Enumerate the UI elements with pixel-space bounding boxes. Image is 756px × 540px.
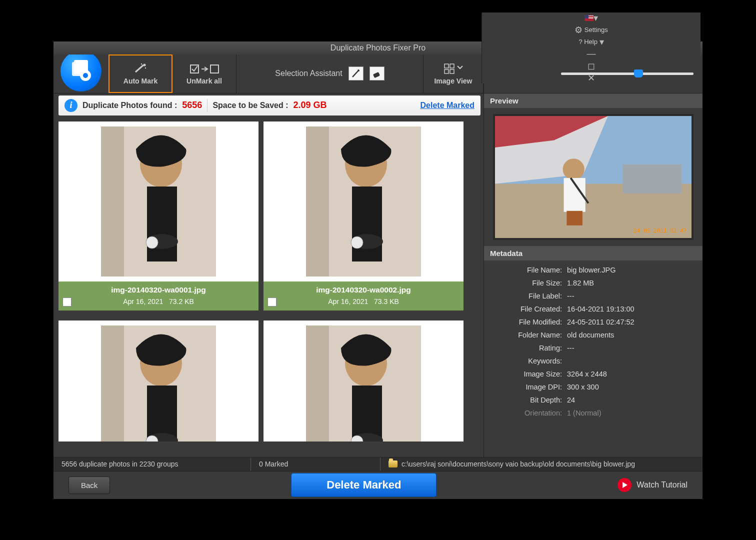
title-bar: Duplicate Photos Fixer Pro ▾ ⚙ Settings … bbox=[54, 42, 702, 54]
unmark-all-label: UnMark all bbox=[186, 77, 222, 85]
svg-point-5 bbox=[144, 64, 146, 66]
preview-timestamp: 24 05 2011 02 47 bbox=[634, 228, 686, 234]
svg-point-7 bbox=[145, 68, 146, 68]
meta-row: Rating:--- bbox=[484, 342, 702, 354]
help-label: ? Help bbox=[578, 38, 598, 46]
metadata-panel: File Name:big blower.JPG File Size:1.82 … bbox=[484, 260, 702, 457]
meta-row: Folder Name:old documents bbox=[484, 328, 702, 342]
info-icon: i bbox=[64, 99, 78, 112]
svg-rect-24 bbox=[306, 126, 329, 276]
svg-point-22 bbox=[146, 236, 158, 248]
preview-image: 24 05 2011 02 47 bbox=[493, 114, 694, 240]
auto-mark-button[interactable]: Auto Mark bbox=[108, 54, 172, 93]
meta-row: File Label:--- bbox=[484, 290, 702, 302]
meta-row: File Created:16-04-2021 19:13:00 bbox=[484, 302, 702, 316]
svg-rect-13 bbox=[444, 64, 448, 68]
photo-tile[interactable] bbox=[264, 320, 464, 442]
footer: Back Delete Marked Watch Tutorial bbox=[54, 471, 702, 499]
preview-header: Preview bbox=[484, 94, 702, 108]
tile-date: Apr 16, 2021 bbox=[328, 298, 368, 306]
grid-scroll[interactable]: img-20140320-wa0001.jpg Apr 16, 2021 73.… bbox=[54, 120, 474, 457]
svg-point-3 bbox=[83, 73, 88, 78]
status-path: c:\users\raj soni\documents\sony vaio ba… bbox=[402, 460, 635, 468]
thumbnail bbox=[264, 122, 464, 282]
duplicates-grid: img-20140320-wa0001.jpg Apr 16, 2021 73.… bbox=[54, 120, 484, 457]
info-bar: i Duplicate Photos found : 5656 Space to… bbox=[58, 96, 480, 116]
svg-point-28 bbox=[351, 236, 363, 248]
auto-mark-label: Auto Mark bbox=[124, 77, 158, 85]
watch-tutorial-button[interactable]: Watch Tutorial bbox=[618, 478, 688, 492]
meta-row: Image DPI:300 x 300 bbox=[484, 380, 702, 394]
image-view-label: Image View bbox=[434, 77, 472, 85]
tile-checkbox[interactable] bbox=[62, 298, 72, 306]
unmark-icon bbox=[190, 62, 220, 75]
settings-label: Settings bbox=[584, 26, 608, 34]
duplicates-count: 5656 bbox=[182, 100, 202, 110]
photos-gear-icon bbox=[69, 59, 93, 83]
tile-filename: img-20140320-wa0002.jpg bbox=[264, 286, 464, 294]
thumbnail bbox=[264, 320, 464, 442]
tile-size: 73.2 KB bbox=[169, 298, 194, 306]
metadata-header: Metadata bbox=[484, 246, 702, 260]
delete-marked-link[interactable]: Delete Marked bbox=[420, 101, 475, 110]
meta-row: Orientation:1 (Normal) bbox=[484, 406, 702, 420]
meta-row: Keywords: bbox=[484, 354, 702, 368]
svg-rect-15 bbox=[444, 70, 448, 74]
thumbnail bbox=[58, 320, 258, 442]
right-pane: Preview 24 05 2011 02 47 bbox=[484, 94, 702, 457]
selection-eraser-button[interactable] bbox=[370, 66, 384, 80]
svg-rect-14 bbox=[450, 64, 454, 68]
svg-rect-45 bbox=[622, 164, 682, 193]
selection-wand-button[interactable] bbox=[348, 66, 364, 80]
svg-rect-30 bbox=[101, 326, 124, 442]
svg-rect-48 bbox=[566, 210, 582, 225]
meta-row: File Size:1.82 MB bbox=[484, 276, 702, 290]
svg-point-46 bbox=[563, 158, 584, 180]
watch-tutorial-label: Watch Tutorial bbox=[636, 480, 688, 490]
meta-row: Bit Depth:24 bbox=[484, 394, 702, 406]
svg-rect-20 bbox=[147, 186, 177, 262]
meta-row: File Modified:24-05-2011 02:47:52 bbox=[484, 316, 702, 328]
maximize-button[interactable]: ◻ bbox=[586, 60, 597, 72]
tile-date: Apr 16, 2021 bbox=[123, 298, 163, 306]
svg-line-10 bbox=[352, 71, 358, 77]
image-view-button[interactable]: Image View bbox=[424, 54, 484, 93]
language-flag-button[interactable]: ▾ bbox=[582, 12, 600, 24]
duplicates-found-label: Duplicate Photos found : bbox=[82, 101, 177, 110]
tile-filename: img-20140320-wa0001.jpg bbox=[58, 286, 258, 294]
back-button[interactable]: Back bbox=[68, 476, 110, 494]
photo-tile[interactable] bbox=[58, 320, 258, 442]
status-marked: 0 Marked bbox=[250, 458, 380, 471]
svg-rect-36 bbox=[306, 326, 329, 442]
svg-line-4 bbox=[136, 65, 144, 72]
content-area: i Duplicate Photos found : 5656 Space to… bbox=[54, 94, 702, 457]
magic-wand-icon bbox=[134, 62, 148, 75]
selection-assistant: Selection Assistant bbox=[236, 54, 424, 93]
tile-checkbox[interactable] bbox=[268, 298, 276, 306]
app-logo bbox=[54, 54, 108, 93]
app-window: Duplicate Photos Fixer Pro ▾ ⚙ Settings … bbox=[54, 42, 702, 499]
photo-tile[interactable]: img-20140320-wa0002.jpg Apr 16, 2021 73.… bbox=[264, 122, 464, 310]
photo-tile[interactable]: img-20140320-wa0001.jpg Apr 16, 2021 73.… bbox=[58, 122, 258, 310]
matching-level-slider[interactable] bbox=[561, 72, 694, 75]
delete-marked-button[interactable]: Delete Marked bbox=[291, 473, 436, 497]
thumbnail bbox=[58, 122, 258, 282]
space-saved-label: Space to be Saved : bbox=[212, 101, 288, 110]
settings-button[interactable]: ⚙ Settings bbox=[572, 24, 610, 36]
slider-thumb[interactable] bbox=[634, 70, 643, 78]
status-path-segment: c:\users\raj soni\documents\sony vaio ba… bbox=[380, 458, 702, 471]
usa-flag-icon bbox=[584, 15, 594, 21]
app-title: Duplicate Photos Fixer Pro bbox=[330, 44, 426, 52]
help-button[interactable]: ? Help ▾ bbox=[576, 36, 606, 48]
svg-rect-16 bbox=[450, 70, 454, 74]
meta-row: Image Size:3264 x 2448 bbox=[484, 368, 702, 380]
unmark-all-button[interactable]: UnMark all bbox=[172, 54, 236, 93]
svg-point-6 bbox=[141, 64, 142, 64]
left-pane: i Duplicate Photos found : 5656 Space to… bbox=[54, 94, 484, 457]
minimize-button[interactable]: — bbox=[585, 48, 598, 60]
selection-assistant-label: Selection Assistant bbox=[275, 69, 342, 78]
status-bar: 5656 duplicate photos in 2230 groups 0 M… bbox=[54, 457, 702, 471]
svg-rect-12 bbox=[373, 72, 380, 78]
preview-area: 24 05 2011 02 47 bbox=[484, 108, 702, 246]
space-saved-value: 2.09 GB bbox=[294, 100, 327, 110]
